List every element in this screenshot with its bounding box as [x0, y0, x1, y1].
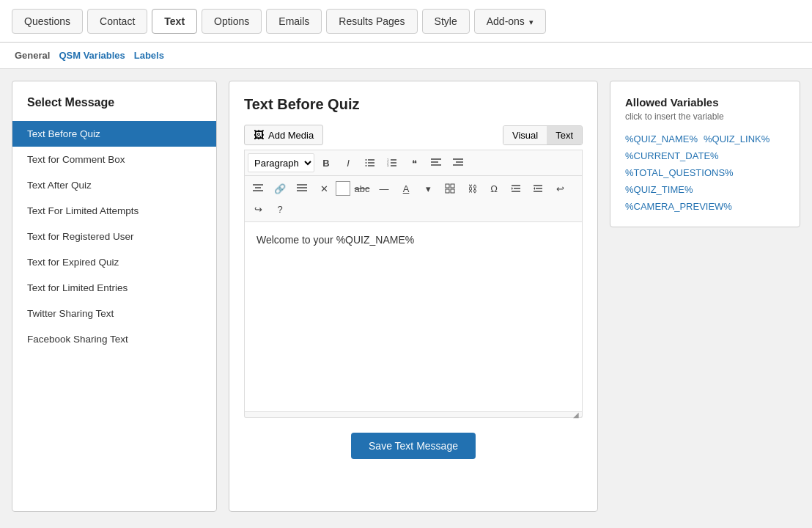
special-char-button[interactable]: Ω [484, 179, 504, 198]
full-screen-button[interactable]: ✕ [314, 179, 334, 198]
text-view-button[interactable]: Text [547, 126, 582, 144]
svg-text:3.: 3. [387, 164, 389, 167]
variable-camera-preview[interactable]: %CAMERA_PREVIEW% [625, 201, 732, 212]
menu-item-text-for-registered-user[interactable]: Text for Registered User [12, 224, 216, 249]
svg-point-3 [366, 159, 367, 161]
view-toggle: Visual Text [503, 125, 583, 145]
top-navigation: Questions Contact Text Options Emails Re… [0, 0, 812, 43]
svg-point-5 [366, 165, 367, 166]
table-button[interactable] [440, 179, 460, 198]
sub-navigation: General QSM Variables Labels [0, 43, 812, 69]
subnav-general: General [15, 50, 50, 61]
menu-item-text-before-quiz[interactable]: Text Before Quiz [12, 121, 216, 147]
menu-item-text-for-limited-entries[interactable]: Text for Limited Entries [12, 275, 216, 301]
bold-button[interactable]: B [316, 153, 336, 172]
editor-content-area[interactable]: Welcome to your %QUIZ_NAME% [244, 221, 583, 412]
menu-item-twitter-sharing-text[interactable]: Twitter Sharing Text [12, 301, 216, 326]
tab-options[interactable]: Options [202, 9, 262, 34]
svg-marker-31 [512, 187, 513, 190]
link-button[interactable]: 🔗 [270, 179, 290, 198]
insert-link-button[interactable]: ⛓ [462, 179, 482, 198]
help-button[interactable]: ? [270, 199, 290, 219]
variable-quiz-name[interactable]: %QUIZ_NAME% [625, 133, 698, 144]
italic-button[interactable]: I [338, 153, 358, 172]
tab-emails[interactable]: Emails [266, 9, 322, 34]
center-panel-title: Text Before Quiz [244, 96, 583, 113]
chevron-down-icon [529, 15, 534, 27]
blockquote-button[interactable]: ❝ [404, 153, 424, 172]
svg-rect-27 [451, 189, 454, 193]
allowed-variables-title: Allowed Variables [625, 96, 785, 109]
add-media-button[interactable]: 🖼 Add Media [244, 125, 323, 145]
save-text-message-button[interactable]: Save Text Message [351, 433, 476, 459]
left-panel: Select Message Text Before Quiz Text for… [12, 81, 217, 512]
justify-button[interactable] [292, 179, 312, 198]
tab-add-ons[interactable]: Add-ons [474, 9, 546, 34]
media-icon: 🖼 [254, 129, 264, 141]
outdent-button[interactable] [528, 179, 548, 198]
redo-button[interactable]: ↪ [248, 199, 268, 219]
tab-questions[interactable]: Questions [12, 9, 83, 34]
align-right-button[interactable] [448, 153, 468, 172]
indent-button[interactable] [506, 179, 526, 198]
menu-item-text-for-limited-attempts[interactable]: Text For Limited Attempts [12, 198, 216, 224]
variable-quiz-time[interactable]: %QUIZ_TIME% [625, 184, 693, 195]
select-message-title: Select Message [12, 96, 216, 121]
tab-style[interactable]: Style [422, 9, 470, 34]
subnav-qsm-variables[interactable]: QSM Variables [59, 50, 125, 61]
svg-marker-35 [534, 187, 535, 190]
text-color-button[interactable]: A [396, 179, 416, 198]
unordered-list-button[interactable] [360, 153, 380, 172]
ordered-list-button[interactable]: 1.2.3. [382, 153, 402, 172]
strikethrough-button[interactable]: abc [352, 179, 372, 198]
allowed-variables-subtitle: click to insert the variable [625, 111, 785, 122]
svg-rect-26 [446, 189, 449, 193]
text-color-dropdown-button[interactable]: ▾ [418, 179, 438, 198]
menu-item-text-for-expired-quiz[interactable]: Text for Expired Quiz [12, 249, 216, 275]
center-panel: Text Before Quiz 🖼 Add Media Visual Text… [229, 81, 598, 512]
toolbar-row-1: Paragraph B I 1.2.3. ❝ [244, 150, 583, 175]
editor-content: Welcome to your %QUIZ_NAME% [256, 234, 414, 246]
variable-current-date[interactable]: %CURRENT_DATE% [625, 150, 719, 161]
variable-grid: %QUIZ_NAME% %QUIZ_LINK% %CURRENT_DATE% %… [625, 133, 785, 212]
tab-results-pages[interactable]: Results Pages [326, 9, 417, 34]
variable-total-questions[interactable]: %TOTAL_QUESTIONS% [625, 167, 734, 178]
menu-item-text-after-quiz[interactable]: Text After Quiz [12, 172, 216, 198]
svg-rect-24 [446, 184, 449, 188]
toolbar-row-2: 🔗 ✕ abc — A ▾ ⛓ Ω ↩ ↪ ? [244, 175, 583, 221]
align-left-button[interactable] [426, 153, 446, 172]
undo-button[interactable]: ↩ [550, 179, 570, 198]
tab-text[interactable]: Text [152, 9, 197, 34]
subnav-labels[interactable]: Labels [134, 50, 164, 61]
horizontal-rule-button[interactable]: — [374, 179, 394, 198]
color-box[interactable] [336, 181, 350, 196]
visual-view-button[interactable]: Visual [503, 126, 547, 144]
main-content: Select Message Text Before Quiz Text for… [0, 69, 812, 524]
paragraph-select[interactable]: Paragraph [248, 153, 314, 172]
svg-rect-25 [451, 184, 454, 188]
editor-top-bar: 🖼 Add Media Visual Text [244, 125, 583, 145]
editor-resize-handle[interactable]: ◢ [244, 412, 583, 418]
tab-contact[interactable]: Contact [87, 9, 147, 34]
variable-quiz-link[interactable]: %QUIZ_LINK% [704, 133, 769, 144]
svg-point-4 [366, 162, 367, 164]
right-panel: Allowed Variables click to insert the va… [610, 81, 800, 227]
menu-item-text-for-comment-box[interactable]: Text for Comment Box [12, 147, 216, 172]
align-center-button[interactable] [248, 179, 268, 198]
menu-item-facebook-sharing-text[interactable]: Facebook Sharing Text [12, 326, 216, 352]
